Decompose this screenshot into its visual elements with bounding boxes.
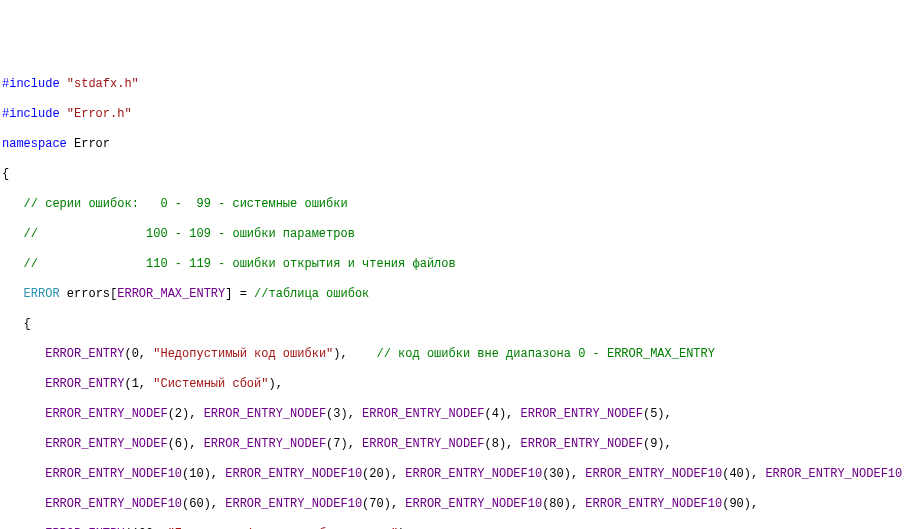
number: 60 xyxy=(189,497,203,511)
keyword-namespace: namespace xyxy=(2,137,67,151)
macro: ERROR_ENTRY xyxy=(45,377,124,391)
code-line: // серии ошибок: 0 - 99 - системные ошиб… xyxy=(2,197,904,212)
macro: ERROR_ENTRY_NODEF xyxy=(45,437,167,451)
number: 7 xyxy=(333,437,340,451)
number: 4 xyxy=(492,407,499,421)
code-editor-view: #include "stdafx.h" #include "Error.h" n… xyxy=(0,60,904,529)
number: 9 xyxy=(650,437,657,451)
number: 6 xyxy=(175,437,182,451)
macro: ERROR_ENTRY_NODEF xyxy=(362,407,484,421)
preproc-include: #include xyxy=(2,107,60,121)
macro: ERROR_ENTRY_NODEF10 xyxy=(45,497,182,511)
comment: // 100 - 109 - ошибки параметров xyxy=(24,227,355,241)
array-size: ERROR_MAX_ENTRY xyxy=(117,287,225,301)
number: 0 xyxy=(132,347,139,361)
code-line: { xyxy=(2,167,904,182)
include-path: "stdafx.h" xyxy=(67,77,139,91)
code-line: // 100 - 109 - ошибки параметров xyxy=(2,227,904,242)
include-path: "Error.h" xyxy=(67,107,132,121)
macro: ERROR_ENTRY_NODEF10 xyxy=(585,497,722,511)
number: 5 xyxy=(650,407,657,421)
number: 40 xyxy=(729,467,743,481)
code-line: ERROR_ENTRY_NODEF(6), ERROR_ENTRY_NODEF(… xyxy=(2,437,904,452)
code-line: ERROR_ENTRY_NODEF10(60), ERROR_ENTRY_NOD… xyxy=(2,497,904,512)
number: 90 xyxy=(729,497,743,511)
code-line: ERROR_ENTRY_NODEF10(10), ERROR_ENTRY_NOD… xyxy=(2,467,904,482)
code-line: { xyxy=(2,317,904,332)
macro: ERROR_ENTRY_NODEF xyxy=(521,437,643,451)
macro: ERROR_ENTRY_NODEF10 xyxy=(585,467,722,481)
code-line: ERROR errors[ERROR_MAX_ENTRY] = //таблиц… xyxy=(2,287,904,302)
code-line: #include "stdafx.h" xyxy=(2,77,904,92)
code-line: // 110 - 119 - ошибки открытия и чтения … xyxy=(2,257,904,272)
comment: // 110 - 119 - ошибки открытия и чтения … xyxy=(24,257,456,271)
macro: ERROR_ENTRY xyxy=(45,347,124,361)
code-line: ERROR_ENTRY(0, "Недопустимый код ошибки"… xyxy=(2,347,904,362)
macro: ERROR_ENTRY_NODEF xyxy=(204,407,326,421)
string: "Системный сбой" xyxy=(153,377,268,391)
preproc-include: #include xyxy=(2,77,60,91)
macro: ERROR_ENTRY_NODEF10 xyxy=(225,497,362,511)
macro: ERROR_ENTRY_NODEF10 xyxy=(405,497,542,511)
number: 10 xyxy=(189,467,203,481)
macro: ERROR_ENTRY_NODEF xyxy=(362,437,484,451)
comment: // код ошибки вне диапазона 0 - ERROR_MA… xyxy=(377,347,715,361)
macro: ERROR_ENTRY_NODEF10 xyxy=(45,467,182,481)
macro: ERROR_ENTRY_NODEF10 xyxy=(765,467,902,481)
number: 20 xyxy=(369,467,383,481)
code-line: #include "Error.h" xyxy=(2,107,904,122)
number: 1 xyxy=(132,377,139,391)
macro: ERROR_ENTRY_NODEF10 xyxy=(225,467,362,481)
namespace-name: Error xyxy=(74,137,110,151)
code-line: namespace Error xyxy=(2,137,904,152)
macro: ERROR_ENTRY_NODEF xyxy=(204,437,326,451)
type-error: ERROR xyxy=(24,287,60,301)
string: "Недопустимый код ошибки" xyxy=(153,347,333,361)
code-line: ERROR_ENTRY(1, "Системный сбой"), xyxy=(2,377,904,392)
macro: ERROR_ENTRY_NODEF10 xyxy=(405,467,542,481)
number: 80 xyxy=(549,497,563,511)
array-name: errors xyxy=(67,287,110,301)
comment: //таблица ошибок xyxy=(254,287,369,301)
number: 8 xyxy=(492,437,499,451)
number: 30 xyxy=(549,467,563,481)
macro: ERROR_ENTRY_NODEF xyxy=(521,407,643,421)
code-line: ERROR_ENTRY_NODEF(2), ERROR_ENTRY_NODEF(… xyxy=(2,407,904,422)
macro: ERROR_ENTRY_NODEF xyxy=(45,407,167,421)
comment: // серии ошибок: 0 - 99 - системные ошиб… xyxy=(24,197,348,211)
number: 70 xyxy=(369,497,383,511)
number: 3 xyxy=(333,407,340,421)
number: 2 xyxy=(175,407,182,421)
